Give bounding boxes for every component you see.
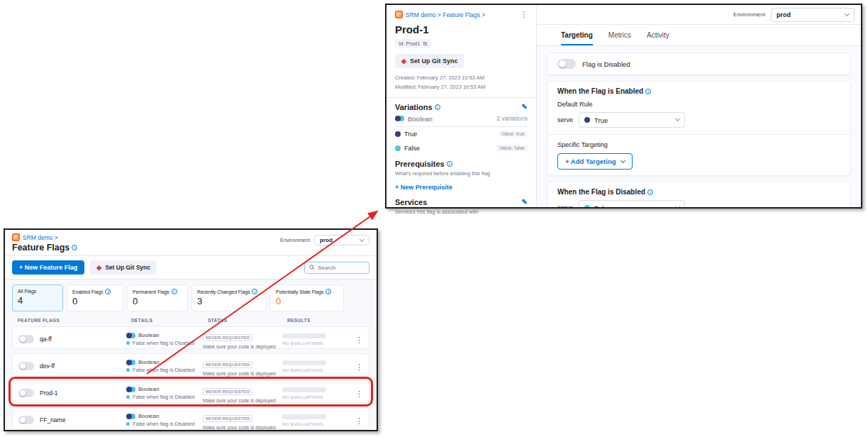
flag-toggle[interactable]: [18, 362, 34, 370]
stat-card-permanent-flags[interactable]: Permanent Flagsi 0: [127, 284, 188, 311]
results-text: NO EVALUATIONS: [282, 341, 342, 345]
prerequisites-description: What's required before enabling this fla…: [395, 170, 528, 177]
new-feature-flag-button[interactable]: + New Feature Flag: [12, 260, 84, 275]
row-menu-icon[interactable]: ⋮: [355, 416, 363, 425]
table-header-row: FEATURE FLAGS DETAILS STATUS RESULTS: [12, 311, 369, 326]
stat-card-recently-changed-flags[interactable]: Recently Changed Flagsi 3: [191, 284, 267, 311]
info-icon[interactable]: i: [252, 289, 257, 294]
stat-label: Enabled Flags: [72, 289, 103, 294]
variation-detail: False when flag is Disabled: [133, 340, 195, 346]
git-sync-icon: ◆: [401, 58, 406, 65]
edit-variations-icon[interactable]: ✎: [522, 103, 528, 111]
copy-icon[interactable]: ⧉: [423, 41, 427, 47]
info-icon[interactable]: i: [172, 289, 177, 294]
prerequisites-heading: Prerequisites: [395, 160, 445, 168]
evaluations-bar: [282, 387, 326, 392]
chevron-down-icon: [675, 116, 680, 121]
variation-type: Boolean: [138, 332, 159, 338]
add-targeting-button[interactable]: + Add Targeting: [557, 153, 633, 170]
info-icon[interactable]: i: [326, 289, 331, 294]
boolean-variation-icon: [126, 387, 135, 392]
table-row-highlighted[interactable]: Prod-1 Boolean False when flag is Disabl…: [12, 380, 369, 403]
flag-enabled-toggle[interactable]: [557, 59, 576, 69]
enabled-serve-select[interactable]: True: [579, 112, 685, 128]
search-input[interactable]: [318, 265, 365, 271]
false-variation-dot: [126, 341, 130, 345]
variations-heading: Variations: [395, 103, 433, 111]
flag-toggle[interactable]: [18, 416, 34, 424]
info-icon[interactable]: i: [645, 89, 651, 94]
stat-value: 0: [133, 296, 182, 306]
new-prerequisite-link[interactable]: + New Prerequisite: [395, 184, 452, 191]
tab-activity[interactable]: Activity: [647, 25, 669, 45]
divider: [386, 97, 536, 98]
variation-detail: False when flag is Disabled: [133, 367, 195, 373]
stat-card-potentially-stale-flags[interactable]: Potentially Stale Flagsi 0: [270, 284, 344, 311]
column-header: STATUS: [208, 318, 287, 323]
variation-value: Value: false: [496, 145, 528, 151]
stat-label: Potentially Stale Flags: [276, 289, 323, 294]
git-sync-label: Set Up Git Sync: [105, 264, 150, 271]
modified-timestamp: Modified: February 27, 2023 10:53 AM: [395, 83, 528, 92]
page-title: Feature Flags: [12, 243, 69, 253]
status-badge: NEVER-REQUESTED: [203, 388, 252, 395]
stat-card-enabled-flags[interactable]: Enabled Flagsi 0: [67, 284, 123, 311]
tab-metrics[interactable]: Metrics: [608, 25, 631, 45]
environment-select[interactable]: prod: [771, 8, 855, 22]
status-text: Make sure your code is deployed: [203, 398, 282, 403]
flag-name[interactable]: FF_name: [40, 416, 65, 424]
flag-toggle[interactable]: [18, 335, 34, 343]
info-icon[interactable]: i: [105, 289, 111, 294]
search-box[interactable]: [304, 262, 369, 274]
status-badge: NEVER-REQUESTED: [203, 334, 252, 341]
environment-label: Environment: [733, 11, 765, 18]
flag-options-menu-icon[interactable]: ⋮: [520, 11, 528, 18]
info-icon[interactable]: i: [647, 189, 653, 195]
flag-name[interactable]: qa-ff: [40, 336, 52, 343]
breadcrumb[interactable]: SRM demo > Feature Flags >: [395, 11, 485, 18]
environment-value: prod: [320, 237, 333, 243]
stat-label: All Flags: [18, 289, 36, 294]
disabled-serve-value: False: [594, 204, 611, 208]
variation-name: True: [404, 131, 417, 138]
status-text: Make sure your code is deployed: [203, 371, 282, 376]
variation-type: Boolean: [408, 115, 433, 123]
stat-card-all-flags[interactable]: All Flags 4: [12, 284, 63, 311]
git-sync-icon: ◆: [96, 265, 101, 271]
flag-name[interactable]: dev-ff: [40, 363, 55, 370]
serve-label: serve: [557, 204, 573, 207]
info-icon[interactable]: i: [72, 245, 77, 250]
true-variation-dot: [584, 117, 590, 123]
breadcrumb-text[interactable]: SRM demo > Feature Flags >: [406, 11, 485, 18]
table-row[interactable]: qa-ff Boolean False when flag is Disable…: [12, 326, 369, 349]
flag-name[interactable]: Prod-1: [40, 389, 58, 397]
variation-value: Value: true: [499, 131, 528, 137]
git-sync-button[interactable]: ◆ Set Up Git Sync: [90, 260, 157, 275]
row-menu-icon[interactable]: ⋮: [355, 389, 363, 398]
results-text: NO EVALUATIONS: [282, 367, 342, 372]
edit-services-icon[interactable]: ✎: [522, 198, 528, 206]
screenshot-canvas: SRM demo > Feature Flags > ⋮ Prod-1 Id: …: [0, 0, 868, 437]
specific-targeting-label: Specific Targeting: [557, 141, 840, 148]
row-menu-icon[interactable]: ⋮: [355, 363, 363, 371]
git-sync-button[interactable]: ◆ Set Up Git Sync: [395, 54, 464, 68]
default-rule-label: Default Rule: [557, 101, 840, 108]
info-icon[interactable]: i: [447, 161, 452, 167]
table-row[interactable]: FF_name Boolean False when flag is Disab…: [12, 407, 369, 430]
boolean-variation-icon: [395, 116, 404, 121]
serve-label: serve: [557, 116, 573, 123]
breadcrumb-text[interactable]: SRM demo >: [23, 234, 58, 241]
table-row[interactable]: dev-ff Boolean False when flag is Disabl…: [12, 353, 369, 376]
flag-toggle[interactable]: [18, 389, 34, 397]
row-menu-icon[interactable]: ⋮: [355, 336, 363, 344]
disabled-serve-select[interactable]: False: [579, 200, 685, 207]
environment-select[interactable]: prod: [314, 235, 369, 245]
boolean-variation-icon: [126, 360, 135, 365]
divider: [547, 134, 850, 135]
info-icon[interactable]: i: [435, 104, 440, 110]
status-badge: NEVER-REQUESTED: [203, 415, 252, 422]
tab-targeting[interactable]: Targeting: [561, 25, 593, 45]
flag-summary-sidebar: SRM demo > Feature Flags > ⋮ Prod-1 Id: …: [386, 5, 537, 207]
flag-detail-panel: SRM demo > Feature Flags > ⋮ Prod-1 Id: …: [385, 4, 862, 209]
flag-title: Prod-1: [395, 23, 528, 35]
